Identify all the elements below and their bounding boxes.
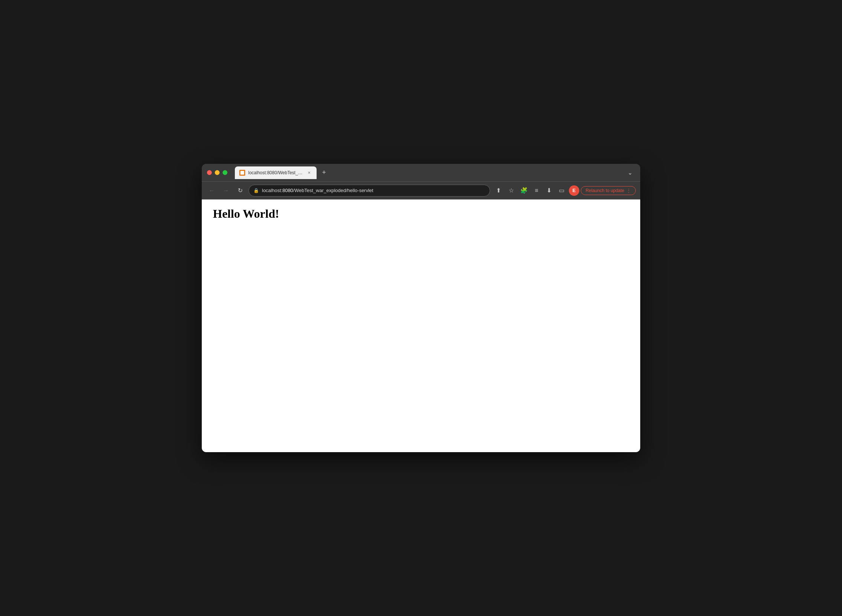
address-text: localhost:8080/WebTest_war_exploded/hell… [262,188,485,193]
nav-actions: ⬆ ☆ 🧩 ≡ ⬇ ▭ E Relaunch to update ⋮ [493,185,636,196]
forward-button[interactable]: → [220,185,232,196]
tab-close-button[interactable]: × [306,170,312,176]
sidebar-button[interactable]: ▭ [556,185,568,196]
relaunch-button[interactable]: Relaunch to update ⋮ [581,186,636,195]
download-icon: ⬇ [547,187,552,194]
page-heading: Hello World! [213,207,629,221]
close-button[interactable] [207,170,212,175]
maximize-button[interactable] [223,170,227,175]
extensions-button[interactable]: 🧩 [518,185,530,196]
tab-dropdown-button[interactable]: ⌄ [625,167,635,178]
tab-bar: localhost:8080/WebTest_war... × + [235,166,621,179]
relaunch-label: Relaunch to update [585,188,624,193]
new-tab-button[interactable]: + [319,167,329,178]
sidebar-icon: ▭ [559,187,565,194]
active-tab[interactable]: localhost:8080/WebTest_war... × [235,166,317,179]
profile-button[interactable]: E [569,185,579,196]
bookmark-icon: ☆ [509,187,514,194]
minimize-button[interactable] [215,170,220,175]
bookmark-button[interactable]: ☆ [506,185,517,196]
tab-favicon-icon [239,170,245,176]
share-icon: ⬆ [496,187,501,194]
extensions-icon: 🧩 [520,187,528,194]
reload-button[interactable]: ↻ [235,185,246,196]
reading-list-icon: ≡ [535,187,538,194]
address-protocol: localhost: [262,188,282,193]
download-button[interactable]: ⬇ [544,185,555,196]
nav-bar: ← → ↻ 🔒 localhost:8080/WebTest_war_explo… [202,182,640,199]
tab-title: localhost:8080/WebTest_war... [248,170,303,175]
browser-window: localhost:8080/WebTest_war... × + ⌄ ← → … [202,164,640,452]
more-icon: ⋮ [626,188,631,193]
window-controls [207,170,227,175]
page-content: Hello World! [202,199,640,452]
title-bar: localhost:8080/WebTest_war... × + ⌄ [202,164,640,182]
address-path: /WebTest_war_exploded/hello-servlet [293,188,373,193]
address-host: 8080 [282,188,293,193]
reading-list-button[interactable]: ≡ [531,185,542,196]
address-bar[interactable]: 🔒 localhost:8080/WebTest_war_exploded/he… [249,185,490,197]
back-button[interactable]: ← [206,185,217,196]
lock-icon: 🔒 [254,188,259,193]
share-button[interactable]: ⬆ [493,185,504,196]
